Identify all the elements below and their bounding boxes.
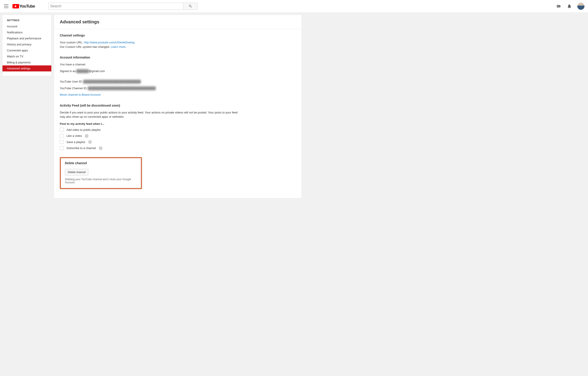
user-id-label: YouTube User ID: [60,80,83,83]
option-add-video-playlist: Add video to public playlist [66,128,100,132]
channel-id-value-blurred: █████████████████████████████████ [88,87,156,90]
activity-feed-desc: Decide if you want to post your public a… [60,110,240,119]
sidebar-item-notifications[interactable]: Notifications [2,29,51,35]
youtube-logo[interactable]: YouTube [12,4,35,9]
option-save-playlist: Save a playlist [66,140,85,144]
user-id-value-blurred: ████████████████████████████ [83,80,141,83]
settings-sidebar: SETTINGS Account Notifications Playback … [2,15,52,76]
activity-feed-sublabel: Post to my activity feed when I... [60,122,240,125]
account-info-heading: Account information [60,56,296,59]
channel-id-label: YouTube Channel ID: [60,87,88,90]
has-channel-text: You have a channel. [60,62,296,67]
sidebar-item-connected-apps[interactable]: Connected apps [2,47,51,53]
custom-url-changed-text: Our Custom URL system has changed. [60,45,111,48]
search-icon [189,4,192,8]
sidebar-item-playback[interactable]: Playback and performance [2,35,51,41]
signed-in-email-blurred: ██████ [76,69,89,73]
delete-channel-heading: Delete channel [65,161,137,165]
checkbox-subscribe[interactable] [60,146,64,150]
custom-url-label: Your custom URL: [60,41,84,44]
help-icon[interactable]: ? [88,140,92,144]
sidebar-item-watch-tv[interactable]: Watch on TV [2,53,51,59]
app-header: YouTube [0,0,588,12]
option-subscribe: Subscribe to a channel [66,146,96,150]
sidebar-item-advanced[interactable]: Advanced settings [2,66,51,71]
youtube-logo-icon [12,4,19,9]
delete-channel-section: Delete channel Delete channel Deleting y… [60,157,142,189]
move-channel-link[interactable]: Move channel to Brand Account [60,93,101,96]
checkbox-add-video-playlist[interactable] [60,128,64,132]
user-avatar[interactable] [577,3,584,10]
custom-url-link[interactable]: http://www.youtube.com/c/DerekDoeing [84,41,135,44]
signed-in-label: Signed in as [60,69,76,73]
hamburger-menu-icon[interactable] [4,4,9,9]
option-like-video: Like a video [66,134,82,138]
sidebar-title: SETTINGS [2,17,51,23]
header-actions [556,3,584,10]
checkbox-save-playlist[interactable] [60,140,64,144]
delete-channel-note: Deleting your YouTube channel won't clos… [65,178,137,184]
delete-channel-button[interactable]: Delete channel [65,169,88,176]
create-video-icon[interactable] [556,4,561,9]
search-button[interactable] [183,3,198,10]
help-icon[interactable]: ? [85,134,88,138]
main-panel: Advanced settings Channel settings Your … [54,15,302,198]
learn-more-link[interactable]: Learn more [111,45,125,48]
search-form [48,3,198,10]
sidebar-item-account[interactable]: Account [2,23,51,29]
channel-settings-heading: Channel settings [60,33,296,37]
sidebar-item-billing[interactable]: Billing & payments [2,59,51,66]
notifications-icon[interactable] [567,4,572,9]
youtube-logo-text: YouTube [19,4,35,9]
activity-feed-heading: Activity Feed (will be discontinued soon… [60,104,240,107]
help-icon[interactable]: ? [99,146,103,150]
checkbox-like-video[interactable] [60,134,64,138]
search-input[interactable] [48,3,183,10]
sidebar-item-history[interactable]: History and privacy [2,41,51,47]
signed-in-email-domain: @gmail.com [89,69,105,73]
page-title: Advanced settings [60,19,296,24]
